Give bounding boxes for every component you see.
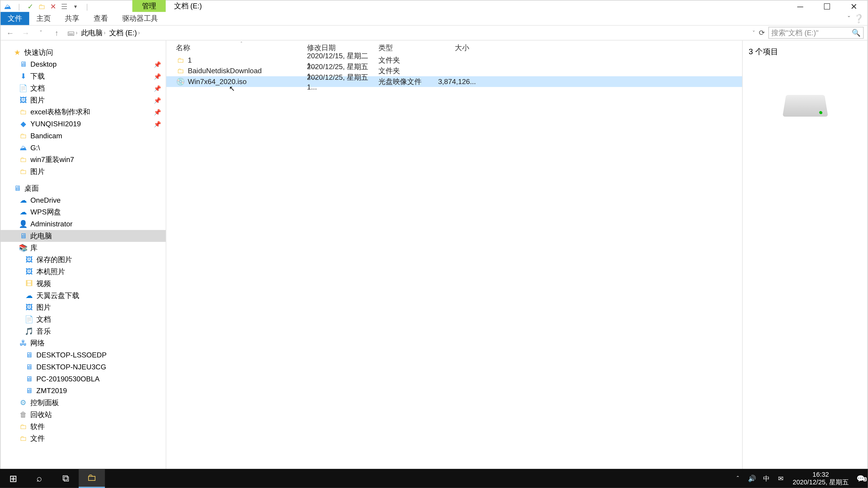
file-row[interactable]: 💿Win7x64_2020.iso2020/12/25, 星期五 1...光盘映… (166, 76, 742, 87)
qat-undo-icon[interactable]: ☰ (60, 2, 69, 11)
ribbon-expand-icon[interactable]: ˇ (848, 15, 850, 22)
nav-onedrive[interactable]: ☁OneDrive (1, 194, 166, 206)
nav-label: 快速访问 (24, 47, 53, 58)
nav-pictures-3[interactable]: 🖼图片 (1, 301, 166, 313)
qat-separator: | (82, 2, 92, 11)
start-button[interactable]: ⊞ (0, 469, 26, 488)
search-input[interactable]: 搜索"文档 (E:)" 🔍 (768, 27, 864, 39)
app-icon: ⛰ (3, 2, 12, 11)
library-icon: 📚 (19, 243, 28, 253)
nav-saved-pics[interactable]: 🖼保存的图片 (1, 254, 166, 266)
qat-properties-icon[interactable]: ✓ (26, 2, 35, 11)
window-title: 文档 (E:) (168, 0, 208, 12)
nav-gdrive[interactable]: ⛰G:\ (1, 142, 166, 154)
refresh-icon[interactable]: ⟳ (759, 29, 765, 37)
tab-view[interactable]: 查看 (86, 12, 115, 25)
nav-network[interactable]: 🖧网络 (1, 337, 166, 349)
nav-tianyi[interactable]: ☁天翼云盘下载 (1, 290, 166, 302)
task-view-button[interactable]: ⧉ (53, 469, 79, 488)
qat-newfolder-icon[interactable]: 🗀 (37, 2, 46, 11)
nav-local-photos[interactable]: 🖼本机照片 (1, 266, 166, 278)
col-type[interactable]: 类型 (378, 43, 438, 53)
nav-label: 文档 (30, 83, 44, 93)
nav-music[interactable]: 🎵音乐 (1, 325, 166, 337)
preview-item-count: 3 个项目 (749, 46, 861, 57)
nav-label: 图片 (36, 302, 51, 313)
nav-label: 本机照片 (36, 267, 65, 277)
nav-pc3[interactable]: 🖥PC-20190530OBLA (1, 373, 166, 385)
file-list[interactable]: ˆ名称 修改日期 类型 大小 🗀12020/12/15, 星期二 1...文件夹… (166, 40, 742, 475)
nav-label: 图片 (30, 166, 44, 177)
nav-label: WPS网盘 (30, 207, 61, 217)
up-button[interactable]: ↑ (51, 27, 63, 39)
nav-excel-folder[interactable]: 🗀excel表格制作求和📌 (1, 106, 166, 118)
nav-win7[interactable]: 🗀win7重装win7 (1, 154, 166, 166)
nav-bandicam[interactable]: 🗀Bandicam (1, 130, 166, 142)
nav-documents[interactable]: 📄文档📌 (1, 82, 166, 94)
folder-icon: 🗀 (19, 131, 28, 140)
nav-pictures[interactable]: 🖼图片📌 (1, 94, 166, 106)
forward-button[interactable]: → (20, 27, 32, 39)
file-size: 3,874,126... (438, 77, 474, 86)
back-button[interactable]: ← (4, 27, 16, 39)
tab-file[interactable]: 文件 (1, 12, 29, 25)
tab-home[interactable]: 主页 (29, 12, 58, 25)
control-panel-icon: ⚙ (19, 398, 28, 408)
nav-pc4[interactable]: 🖥ZMT2019 (1, 385, 166, 397)
breadcrumb-thispc[interactable]: 此电脑 › (80, 27, 107, 38)
nav-wps[interactable]: ☁WPS网盘 (1, 206, 166, 218)
file-row[interactable]: 🗀BaiduNetdiskDownload2020/12/25, 星期五 1..… (166, 66, 742, 76)
col-size[interactable]: 大小 (438, 43, 474, 53)
drive-icon: ⛰ (19, 143, 28, 153)
breadcrumb-drive-icon[interactable]: 🖴 › (66, 28, 79, 37)
tray-ime-icon[interactable]: 中 (759, 474, 774, 483)
nav-documents-2[interactable]: 📄文档 (1, 313, 166, 325)
nav-yunqishi[interactable]: ◆YUNQISHI2019📌 (1, 118, 166, 130)
taskbar: ⊞ ⌕ ⧉ 🗀 ˆ 🔊 中 ✉ 16:32 2020/12/25, 星期五 💬3 (0, 469, 868, 488)
search-icon[interactable]: 🔍 (852, 29, 861, 37)
tray-volume-icon[interactable]: 🔊 (745, 475, 759, 482)
nav-recycle[interactable]: 🗑回收站 (1, 409, 166, 421)
nav-thispc[interactable]: 🖥此电脑 (1, 230, 166, 242)
breadcrumb-current[interactable]: 文档 (E:) › (108, 27, 141, 38)
content-area: ˆ名称 修改日期 类型 大小 🗀12020/12/15, 星期二 1...文件夹… (166, 40, 867, 475)
nav-administrator[interactable]: 👤Administrator (1, 218, 166, 230)
recent-dropdown[interactable]: ˅ (35, 27, 47, 39)
tab-share[interactable]: 共享 (58, 12, 87, 25)
nav-desktop-root[interactable]: 🖥桌面 (1, 182, 166, 194)
nav-software[interactable]: 🗀软件 (1, 421, 166, 433)
taskbar-explorer[interactable]: 🗀 (79, 469, 105, 488)
file-row[interactable]: 🗀12020/12/15, 星期二 1...文件夹 (166, 55, 742, 66)
nav-control-panel[interactable]: ⚙控制面板 (1, 397, 166, 409)
address-dropdown-icon[interactable]: ˅ (752, 30, 755, 36)
tab-drive-tools[interactable]: 驱动器工具 (115, 12, 165, 25)
qat-dropdown-icon[interactable]: ▾ (71, 2, 81, 11)
nav-downloads[interactable]: ⬇下载📌 (1, 70, 166, 82)
pin-icon: 📌 (154, 61, 161, 68)
tray-mail-icon[interactable]: ✉ (774, 475, 788, 482)
picture-icon: 🖼 (24, 267, 34, 276)
close-button[interactable]: ✕ (840, 1, 867, 12)
tray-overflow-icon[interactable]: ˆ (731, 475, 745, 482)
nav-library[interactable]: 📚库 (1, 242, 166, 254)
user-icon: 👤 (19, 219, 28, 229)
nav-desktop[interactable]: 🖥Desktop📌 (1, 58, 166, 70)
nav-label: ZMT2019 (36, 387, 67, 395)
sort-indicator-icon: ˆ (176, 41, 307, 46)
nav-quick-access[interactable]: ★快速访问 (1, 46, 166, 59)
nav-pc2[interactable]: 🖥DESKTOP-NJEU3CG (1, 361, 166, 373)
nav-pictures-2[interactable]: 🗀图片 (1, 166, 166, 177)
taskbar-clock[interactable]: 16:32 2020/12/25, 星期五 (788, 470, 854, 486)
qat-delete-icon[interactable]: ✕ (49, 2, 58, 11)
nav-videos[interactable]: 🎞视频 (1, 278, 166, 290)
minimize-button[interactable]: ─ (787, 1, 814, 12)
nav-pc1[interactable]: 🖥DESKTOP-LSSOEDP (1, 349, 166, 361)
app-folder-icon: ◆ (19, 119, 28, 129)
breadcrumb[interactable]: 🖴 › 此电脑 › 文档 (E:) › (66, 27, 141, 38)
nav-files[interactable]: 🗀文件 (1, 432, 166, 445)
help-icon[interactable]: ❔ (854, 14, 864, 23)
maximize-button[interactable]: ☐ (814, 1, 841, 12)
action-center-icon[interactable]: 💬3 (854, 475, 868, 482)
col-name[interactable]: ˆ名称 (176, 43, 307, 53)
search-button[interactable]: ⌕ (26, 469, 53, 488)
